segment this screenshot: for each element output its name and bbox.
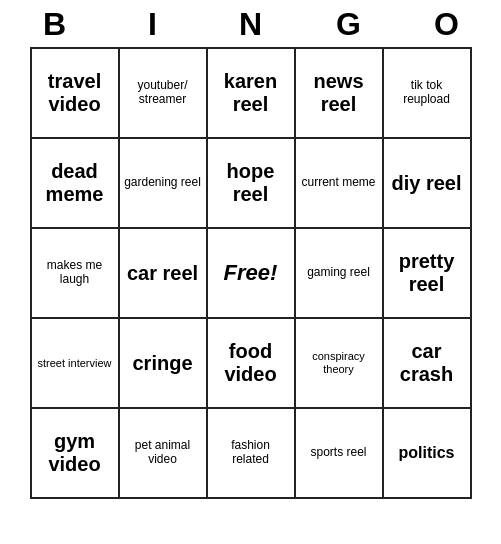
cell-0-3: news reel — [296, 49, 384, 139]
cell-1-1: gardening reel — [120, 139, 208, 229]
cell-4-3: sports reel — [296, 409, 384, 499]
cell-2-3: gaming reel — [296, 229, 384, 319]
cell-4-0: gym video — [32, 409, 120, 499]
cell-3-0: street interview — [32, 319, 120, 409]
cell-4-2: fashion related — [208, 409, 296, 499]
cell-3-2: food video — [208, 319, 296, 409]
cell-4-1: pet animal video — [120, 409, 208, 499]
cell-0-2: karen reel — [208, 49, 296, 139]
bingo-header: BINGO — [6, 0, 496, 47]
bingo-letter-i: I — [109, 6, 197, 43]
bingo-letter-g: G — [305, 6, 393, 43]
cell-1-0: dead meme — [32, 139, 120, 229]
bingo-grid: travel videoyoutuber/ streamerkaren reel… — [30, 47, 472, 499]
cell-2-4: pretty reel — [384, 229, 472, 319]
cell-4-4: politics — [384, 409, 472, 499]
cell-1-3: current meme — [296, 139, 384, 229]
cell-0-4: tik tok reupload — [384, 49, 472, 139]
cell-3-1: cringe — [120, 319, 208, 409]
bingo-letter-b: B — [11, 6, 99, 43]
cell-2-2: Free! — [208, 229, 296, 319]
cell-3-4: car crash — [384, 319, 472, 409]
cell-0-0: travel video — [32, 49, 120, 139]
cell-2-1: car reel — [120, 229, 208, 319]
cell-3-3: conspiracy theory — [296, 319, 384, 409]
cell-2-0: makes me laugh — [32, 229, 120, 319]
bingo-letter-o: O — [403, 6, 491, 43]
cell-0-1: youtuber/ streamer — [120, 49, 208, 139]
cell-1-4: diy reel — [384, 139, 472, 229]
cell-1-2: hope reel — [208, 139, 296, 229]
bingo-letter-n: N — [207, 6, 295, 43]
